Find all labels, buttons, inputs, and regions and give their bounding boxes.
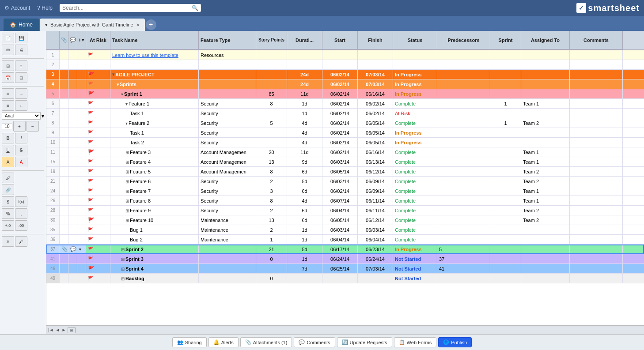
publish-button[interactable]: 🌐 Publish <box>438 337 472 347</box>
update-requests-button[interactable]: 🔄 Update Requests <box>337 337 392 347</box>
card-view-button[interactable]: ⊟ <box>15 72 27 83</box>
tab-close-icon[interactable]: ✕ <box>136 23 140 27</box>
help-menu[interactable]: ? Help <box>37 5 53 11</box>
print-button[interactable]: 🖨 <box>15 45 27 55</box>
comma-button[interactable]: , <box>15 208 27 219</box>
web-forms-button[interactable]: 📋 Web Forms <box>394 337 437 347</box>
align-center-button[interactable]: ≡ <box>2 100 14 111</box>
cell-finish: 06/02/14 <box>358 99 393 108</box>
expand-icon[interactable]: ⊞ <box>125 218 129 223</box>
gantt-view-button[interactable]: ≡ <box>15 60 27 71</box>
grid-view-button[interactable]: ⊞ <box>2 60 14 71</box>
font-color-button[interactable]: A <box>15 157 27 167</box>
fit-button[interactable]: ⊞ <box>68 327 76 333</box>
scroll-right-icon[interactable]: ► <box>61 327 66 332</box>
font-size-input[interactable] <box>2 124 12 129</box>
expand-icon[interactable]: ▾ <box>117 82 119 87</box>
col-header-taskname[interactable]: Task Name <box>110 31 199 49</box>
sharing-button[interactable]: 👥 Sharing <box>172 337 207 347</box>
underline-button[interactable]: U <box>2 145 14 155</box>
indent-button[interactable]: → <box>15 88 27 99</box>
cell-pred <box>437 138 490 147</box>
expand-icon[interactable]: ▾ <box>112 72 114 77</box>
expand-icon[interactable]: ⊞ <box>125 160 129 165</box>
dec-decimal-button[interactable]: +.0 <box>2 220 14 231</box>
dollar-button[interactable]: $ <box>2 196 14 207</box>
expand-icon[interactable]: ▾ <box>125 121 128 126</box>
expand-icon[interactable]: ⊞ <box>121 247 125 252</box>
new-sheet-button[interactable]: 📄 <box>2 33 14 43</box>
col-header-status[interactable]: Status <box>393 31 437 49</box>
highlight-button[interactable]: 🖊 <box>2 173 14 183</box>
cell-attach <box>60 235 68 244</box>
cell-start: 06/02/14 <box>322 79 358 89</box>
expand-icon[interactable]: ⊞ <box>125 208 129 213</box>
scroll-left-icon[interactable]: |◄ <box>48 327 54 332</box>
expand-icon[interactable]: ⊞ <box>121 257 125 262</box>
cell-assigned <box>521 128 570 137</box>
learn-template-link[interactable]: Learn how to use this template <box>112 53 178 58</box>
tab-home[interactable]: 🏠 Home <box>4 19 39 31</box>
expand-icon[interactable]: ⊞ <box>125 169 129 174</box>
cell-atrisk: 🚩 <box>86 89 110 98</box>
expand-icon[interactable]: ⊞ <box>125 150 129 155</box>
col-header-finish[interactable]: Finish <box>358 31 393 49</box>
link-button[interactable]: 🔗 <box>2 184 14 195</box>
expand-icon[interactable]: ⊞ <box>125 189 129 194</box>
font-family-select[interactable]: Arial <box>2 112 41 120</box>
col-header-duration[interactable]: Durati... <box>287 31 322 49</box>
col-header-sprint[interactable]: Sprint <box>490 31 521 49</box>
bold-button[interactable]: B <box>2 133 14 143</box>
strikethrough-button[interactable]: S <box>15 145 27 155</box>
cell-start: 06/02/14 <box>322 138 358 147</box>
cell-assigned <box>521 274 570 283</box>
cell-taskname[interactable]: Learn how to use this template <box>110 50 199 60</box>
tab-sheet[interactable]: ▾ Basic Agile Project with Gantt Timelin… <box>40 19 145 31</box>
account-icon: ⚙ <box>4 5 9 11</box>
percent-button[interactable]: % <box>2 208 14 219</box>
cell-sprint <box>490 215 521 225</box>
alerts-button[interactable]: 🔔 Alerts <box>208 337 239 347</box>
scroll-left2-icon[interactable]: ◄ <box>56 327 60 332</box>
outdent-button[interactable]: ← <box>15 100 27 111</box>
font-decrease-button[interactable]: − <box>27 121 39 132</box>
clear-button[interactable]: ✕ <box>2 236 14 247</box>
cell-msg <box>68 147 77 157</box>
search-box[interactable]: 🔍 <box>60 4 201 12</box>
add-tab-button[interactable]: + <box>146 19 156 30</box>
cell-msg <box>68 206 77 215</box>
expand-icon[interactable]: ▾ <box>125 102 128 106</box>
comments-button[interactable]: 💬 Comments <box>294 337 335 347</box>
font-increase-button[interactable]: + <box>13 121 26 132</box>
col-header-predecessors[interactable]: Predecessors <box>437 31 490 49</box>
col-header-storypoints[interactable]: Story Points <box>256 31 287 49</box>
col-header-assignedto[interactable]: Assigned To <box>521 31 570 49</box>
cell-featuretype: Security <box>199 109 256 118</box>
align-left-button[interactable]: ≡ <box>2 88 14 99</box>
inc-decimal-button[interactable]: .00 <box>15 220 27 231</box>
account-menu[interactable]: ⚙ Account <box>4 5 30 11</box>
cell-attach <box>60 79 68 89</box>
expand-icon[interactable]: ⊞ <box>125 179 129 184</box>
send-button[interactable]: ✉ <box>2 45 14 55</box>
cell-assigned <box>521 235 570 244</box>
cell-dur: 1d <box>287 235 322 244</box>
formula-button[interactable]: f(x) <box>15 196 27 207</box>
expand-icon[interactable]: ⊞ <box>121 267 125 271</box>
format-painter-button[interactable]: 🖌 <box>15 236 27 247</box>
cell-pred <box>437 186 490 196</box>
calendar-view-button[interactable]: 📅 <box>2 72 14 83</box>
col-header-comments[interactable]: Comments <box>570 31 623 49</box>
col-header-featuretype[interactable]: Feature Type <box>199 31 256 49</box>
fill-color-button[interactable]: A <box>2 157 14 167</box>
italic-button[interactable]: I <box>15 133 27 143</box>
search-input[interactable] <box>62 5 190 11</box>
expand-icon[interactable]: ▾ <box>121 92 123 97</box>
cell-status: In Progress <box>393 128 437 137</box>
attachments-button[interactable]: 📎 Attachments (1) <box>240 337 292 347</box>
col-header-start[interactable]: Start <box>322 31 358 49</box>
cell-finish: 06/03/14 <box>358 225 393 234</box>
save-button[interactable]: 💾 <box>15 33 27 43</box>
expand-icon[interactable]: ⊞ <box>125 199 129 203</box>
expand-icon[interactable]: ⊞ <box>121 276 125 281</box>
